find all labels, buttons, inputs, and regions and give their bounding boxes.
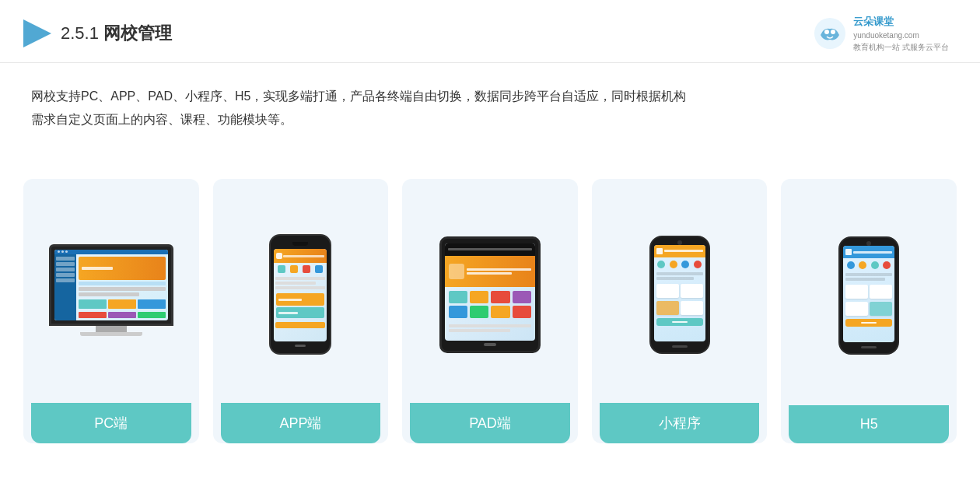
pc-image-area [31, 194, 191, 395]
card-pad-label: PAD端 [410, 403, 570, 443]
miniprogram-image-area [600, 194, 760, 395]
card-pc-label: PC端 [31, 403, 191, 443]
svg-point-2 [824, 30, 829, 34]
pad-image-area [410, 194, 570, 395]
card-app: APP端 [213, 179, 389, 443]
brand-logo: 云朵课堂 yunduoketang.com 教育机构一站 式服务云平台 [813, 14, 949, 53]
header: 2.5.1 网校管理 云朵课堂 yunduoketang.com 教育机构一站 … [0, 0, 980, 63]
description-line1: 网校支持PC、APP、PAD、小程序、H5，实现多端打通，产品各终端自由切换，数… [31, 85, 949, 108]
card-miniprogram: 小程序 [592, 179, 768, 443]
card-pc: PC端 [23, 179, 199, 443]
h5-phone-mockup [838, 236, 899, 355]
card-pad: PAD端 [402, 179, 578, 443]
h5-image-area [789, 194, 949, 397]
svg-marker-0 [23, 19, 51, 47]
description: 网校支持PC、APP、PAD、小程序、H5，实现多端打通，产品各终端自由切换，数… [0, 63, 980, 140]
card-h5: H5 [781, 179, 957, 443]
header-left: 2.5.1 网校管理 [23, 19, 172, 47]
card-miniprogram-label: 小程序 [600, 403, 760, 443]
svg-point-3 [831, 30, 835, 34]
pad-mockup [439, 236, 541, 353]
app-phone-mockup [269, 234, 331, 355]
page: 2.5.1 网校管理 云朵课堂 yunduoketang.com 教育机构一站 … [0, 0, 980, 490]
cards-section: PC端 [0, 139, 980, 490]
miniprogram-phone-mockup [649, 236, 710, 354]
pc-mockup [49, 244, 173, 345]
logo-arrow-icon [23, 19, 51, 47]
brand-text: 云朵课堂 yunduoketang.com 教育机构一站 式服务云平台 [853, 14, 949, 53]
app-image-area [221, 194, 381, 395]
description-line2: 需求自定义页面上的内容、课程、功能模块等。 [31, 108, 949, 131]
page-title: 2.5.1 网校管理 [61, 22, 172, 45]
card-h5-label: H5 [789, 405, 949, 443]
card-app-label: APP端 [221, 403, 381, 443]
brand-icon [813, 16, 847, 51]
